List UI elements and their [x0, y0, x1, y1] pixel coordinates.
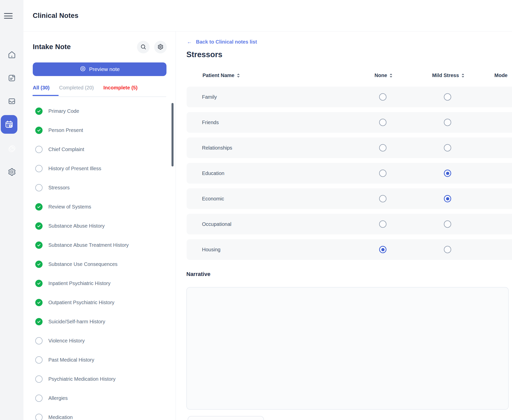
- checklist-item-label: Medication: [48, 414, 73, 420]
- checklist-item[interactable]: Person Present: [35, 121, 166, 140]
- checklist-item-label: Primary Code: [48, 108, 79, 114]
- checklist-item[interactable]: Outpatient Psychiatric History: [35, 293, 166, 312]
- back-to-list-link[interactable]: ← Back to Clinical notes list: [187, 39, 257, 45]
- checklist-item-label: Stressors: [48, 185, 70, 191]
- table-row: Occupational: [187, 214, 512, 234]
- incomplete-circle-icon: [35, 356, 43, 364]
- checklist-item[interactable]: Chief Complaint: [35, 140, 166, 159]
- incomplete-circle-icon: [35, 375, 43, 383]
- tab-incomplete[interactable]: Incomplete (5): [104, 85, 138, 94]
- column-header-none: None: [374, 73, 393, 78]
- row-label: Occupational: [202, 221, 231, 227]
- checklist-item[interactable]: Medication: [35, 408, 166, 420]
- checklist-item-label: Substance Abuse History: [48, 223, 105, 229]
- radio-none[interactable]: [379, 119, 387, 126]
- home-icon[interactable]: [0, 50, 23, 59]
- hamburger-menu-icon[interactable]: [4, 13, 13, 19]
- tabs-divider: [33, 96, 166, 97]
- checklist-item[interactable]: Substance Abuse History: [35, 216, 166, 235]
- search-icon: [140, 44, 147, 51]
- stressors-section: ← Back to Clinical notes list Stressors …: [176, 31, 512, 420]
- table-row: Economic: [187, 188, 512, 209]
- intake-note-panel: Intake Note: [23, 31, 176, 420]
- panel-scrollbar-thumb[interactable]: [172, 103, 174, 166]
- row-label: Education: [202, 170, 224, 176]
- checklist-item[interactable]: Allergies: [35, 389, 166, 408]
- completed-check-icon: [35, 261, 43, 268]
- preview-eye-icon: [80, 65, 86, 73]
- checklist-item-label: Chief Complaint: [48, 147, 84, 152]
- checklist-tabs: All (30) Completed (20) Incomplete (5): [33, 85, 138, 94]
- checklist-item[interactable]: Primary Code: [35, 101, 166, 121]
- checklist-item[interactable]: Past Medical History: [35, 350, 166, 369]
- column-header-moderate-truncated: Mode: [494, 73, 507, 78]
- narrative-textarea[interactable]: [186, 287, 509, 410]
- radio-mild-stress[interactable]: [444, 246, 451, 253]
- notes-document-icon[interactable]: [0, 74, 23, 83]
- radio-mild-stress-selected[interactable]: [444, 195, 451, 202]
- checklist-item[interactable]: History of Present Illess: [35, 159, 166, 178]
- checklist-item-label: Violence History: [48, 338, 85, 344]
- completed-check-icon: [35, 280, 43, 287]
- checklist-item[interactable]: Review of Systems: [35, 197, 166, 216]
- incomplete-circle-icon: [35, 337, 43, 344]
- checklist-item[interactable]: Violence History: [35, 331, 166, 350]
- radio-mild-stress-selected[interactable]: [444, 170, 451, 177]
- table-row: Relationships: [187, 137, 512, 158]
- tab-all[interactable]: All (30): [33, 85, 50, 94]
- note-section-checklist: Primary Code Person Present Chief Compla…: [35, 101, 166, 420]
- checklist-item[interactable]: Substance Use Consequences: [35, 255, 166, 274]
- back-arrow-icon: ←: [187, 39, 192, 45]
- inbox-tray-icon[interactable]: [0, 97, 23, 106]
- checklist-item[interactable]: Substance Abuse Treatment History: [35, 235, 166, 255]
- panel-title: Intake Note: [33, 43, 71, 51]
- sort-icon[interactable]: [389, 73, 393, 78]
- completed-check-icon: [35, 127, 43, 134]
- column-header-mild-stress: Mild Stress: [432, 73, 465, 78]
- radio-none[interactable]: [379, 221, 387, 228]
- tab-completed[interactable]: Completed (20): [59, 85, 94, 94]
- checklist-item-label: Outpatient Psychiatric History: [48, 300, 114, 305]
- radio-none[interactable]: [379, 195, 387, 202]
- radio-mild-stress[interactable]: [444, 119, 451, 126]
- table-header-row: Patient Name None Mild Stress: [176, 73, 512, 80]
- sidebar-item-calendar-active[interactable]: [1, 115, 17, 134]
- completed-check-icon: [35, 203, 43, 211]
- radio-mild-stress[interactable]: [444, 221, 451, 228]
- checklist-item[interactable]: Suicide/Self-harm History: [35, 312, 166, 331]
- completed-check-icon: [35, 299, 43, 306]
- checklist-item-label: History of Present Illess: [48, 166, 101, 171]
- radio-mild-stress[interactable]: [444, 93, 451, 101]
- top-bar: Clinical Notes: [23, 0, 512, 31]
- column-header-patient-name: Patient Name: [202, 73, 240, 78]
- row-label: Family: [202, 94, 217, 100]
- preview-note-label: Preview note: [89, 66, 120, 72]
- stacked-cards-icon[interactable]: [0, 144, 23, 154]
- table-row: Friends: [187, 112, 512, 133]
- checklist-item[interactable]: Psychiatric Medication History: [35, 369, 166, 389]
- checklist-item[interactable]: Inpatient Psychiatric History: [35, 274, 166, 293]
- radio-none[interactable]: [379, 93, 387, 101]
- checklist-item-label: Substance Abuse Treatment History: [48, 242, 129, 248]
- checklist-item-label: Allergies: [48, 395, 68, 401]
- panel-settings-button[interactable]: [154, 41, 167, 53]
- settings-gear-icon[interactable]: [0, 167, 23, 177]
- app-root: Clinical Notes Intake Note: [0, 0, 512, 420]
- completed-check-icon: [35, 108, 43, 115]
- row-label: Friends: [202, 120, 219, 125]
- gear-icon: [157, 44, 164, 51]
- preview-note-button[interactable]: Preview note: [33, 62, 166, 76]
- checklist-item[interactable]: Stressors: [35, 178, 166, 197]
- radio-none-selected[interactable]: [379, 246, 387, 253]
- radio-none[interactable]: [379, 170, 387, 177]
- sort-icon[interactable]: [237, 73, 240, 78]
- search-button[interactable]: [137, 41, 150, 53]
- radio-none[interactable]: [379, 144, 387, 152]
- completed-check-icon: [35, 241, 43, 249]
- sort-icon[interactable]: [461, 73, 464, 78]
- partial-bottom-button[interactable]: [188, 416, 264, 420]
- radio-mild-stress[interactable]: [444, 144, 451, 152]
- row-label: Economic: [202, 196, 224, 202]
- back-link-label: Back to Clinical notes list: [196, 39, 257, 45]
- table-row: Housing: [187, 239, 512, 260]
